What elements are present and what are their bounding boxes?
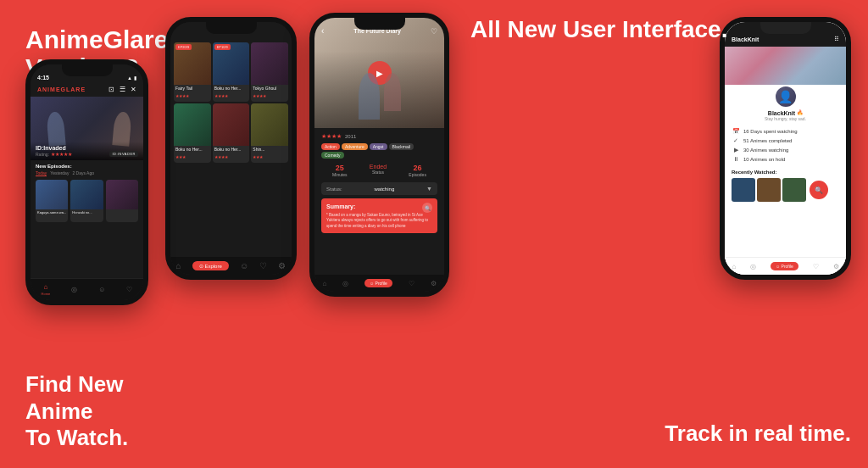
phone3-notch (354, 18, 405, 30)
rating-label: Rating: (36, 152, 49, 157)
anime-item-4[interactable]: Boku no Her... ★★★ (174, 103, 211, 163)
summary-text: * Based on a manga by Sakae Esuno, betra… (326, 213, 432, 229)
anime-name-1: Fairy Tail (174, 85, 211, 93)
p3-gear-icon: ⚙ (431, 280, 437, 287)
anime-item-6[interactable]: Shin... ★★★ (251, 103, 288, 163)
phone4-avatar-area: 👤 BlackKnit 🔥 Stay hungry, stay sad. (725, 85, 846, 125)
dropdown-icon[interactable]: ▼ (426, 186, 432, 192)
stat-episodes-num: 26 (409, 164, 426, 172)
p3-profile-pill: ☺ Profile (364, 279, 392, 287)
p4-heart-icon[interactable]: ♡ (813, 263, 819, 270)
phone4-notch (760, 22, 811, 34)
tag-comedy: Comedy (321, 152, 344, 159)
stat-completed-text: 51 Animes completed (743, 138, 792, 143)
phone4-avatar: 👤 (774, 85, 798, 109)
episode-img-1 (36, 180, 68, 209)
favorite-heart-icon[interactable]: ♡ (431, 27, 437, 36)
p4-gear-icon[interactable]: ⚙ (833, 263, 839, 270)
anime-img-5 (213, 103, 250, 146)
p3-profile-nav[interactable]: ☺ Profile (364, 279, 392, 287)
new-episodes-title: New Episodes: (36, 164, 138, 169)
menu-icon[interactable]: ⠿ (834, 29, 839, 43)
tab-yesterday[interactable]: Yesterday (50, 170, 69, 176)
p2-settings-icon[interactable]: ⚙ (278, 261, 286, 270)
p3-heart-nav[interactable]: ♡ (409, 280, 415, 287)
nav-search[interactable]: ◎ (71, 286, 77, 293)
recent-item-2[interactable] (757, 178, 781, 202)
stat-episodes: 26 Episodes (409, 164, 426, 177)
nav-profile[interactable]: ☺ (98, 286, 105, 293)
p2-heart-icon[interactable]: ♡ (259, 261, 267, 270)
tag-blackmail: Blackmail (389, 143, 414, 150)
anime-item-3[interactable]: Tokyo Ghoul ★★★★ (251, 42, 288, 102)
phone4-stats-list: 📅 16 Days spent watching ✓ 51 Animes com… (725, 125, 846, 168)
tab-2days[interactable]: 2 Days Ago (72, 170, 94, 176)
check-stat-icon: ✓ (732, 137, 740, 144)
phone1-hero-overlay: ID:Invaded Rating: ★★★★★ ID:INVADER (31, 142, 143, 160)
phone3-stats: 25 Minutes Ended Status 26 Episodes (321, 164, 437, 177)
cast-icon[interactable]: ⊡ (108, 86, 114, 93)
p2-profile-icon[interactable]: ☺ (240, 261, 248, 270)
heart-icon: ♡ (126, 286, 132, 293)
nav-heart[interactable]: ♡ (126, 286, 132, 293)
stat-status: Ended Status (370, 164, 387, 177)
episode-img-2 (70, 180, 103, 209)
stat-days-text: 16 Days spent watching (743, 129, 798, 134)
phone1-mock: 4:15 ▲ ▮ ANIMEGLARE ⊡ ☰ ✕ (25, 59, 148, 305)
phone4-subtitle: Stay hungry, stay sad. (765, 116, 806, 121)
tab-today[interactable]: Today (36, 170, 47, 176)
phone4-screen: BlackKnit ⠿ 👤 BlackKnit 🔥 Stay hungry, s… (725, 22, 846, 275)
phone3-bottom-nav: ⌂ ◎ ☺ Profile ♡ ⚙ (314, 275, 444, 292)
recent-item-3[interactable] (782, 178, 806, 202)
recent-item-1[interactable] (732, 178, 755, 202)
phone1-time: 4:15 (37, 75, 49, 81)
phone1-bottom-nav: ⌂ Home ◎ ☺ ♡ (31, 278, 143, 300)
episode-item-3[interactable] (106, 180, 138, 222)
calendar-icon[interactable]: ☰ (120, 86, 125, 93)
phone3-content: ★★★★ 2011 Action Adventure Angst Blackma… (314, 128, 444, 238)
summary-search-icon[interactable]: 🔍 (422, 203, 432, 213)
p2-home-icon[interactable]: ⌂ (176, 261, 181, 270)
status-field-label: Status: (326, 187, 342, 192)
anime-rating-1: ★★★★ (174, 93, 211, 98)
phone1-status-icons: ▲ ▮ (127, 75, 136, 81)
stat-episodes-label: Episodes (409, 172, 426, 177)
phone1-tabs[interactable]: Today Yesterday 2 Days Ago (36, 170, 138, 176)
calendar-stat-icon: 📅 (732, 128, 740, 135)
p3-home-icon: ⌂ (322, 280, 326, 287)
back-button[interactable]: ‹ (321, 26, 324, 36)
p4-search-icon[interactable]: ◎ (750, 263, 756, 270)
phone4-bottom-nav: ⌂ ◎ ☺ Profile ♡ ⚙ (725, 257, 846, 275)
p4-profile-pill[interactable]: ☺ Profile (771, 262, 798, 270)
anime-name-6: Shin... (251, 146, 288, 154)
phone4-wrapper: BlackKnit ⠿ 👤 BlackKnit 🔥 Stay hungry, s… (720, 17, 851, 280)
p3-home-nav[interactable]: ⌂ (322, 280, 326, 287)
all-new-ui-text: All New User Interface. (470, 17, 727, 43)
tag-adventure: Adventure (342, 143, 368, 150)
nav-home[interactable]: ⌂ Home (42, 283, 51, 296)
anime-item-5[interactable]: Boku no Her... ★★★★ (213, 103, 250, 163)
close-icon[interactable]: ✕ (131, 86, 136, 93)
phone2-bottom-nav: ⌂ ⊙ Explore ☺ ♡ ⚙ (170, 257, 292, 275)
phone1-badge: ID:INVADER (109, 151, 138, 157)
phone3-mock: ‹ The Future Diary ♡ ▶ ★★★★ 2011 Act (309, 13, 449, 297)
episode-item-2[interactable]: Honzuki no... (70, 180, 103, 222)
anime-item-2[interactable]: EP10/9 Boku no Her... ★★★★ (213, 42, 250, 102)
p4-home-icon[interactable]: ⌂ (732, 263, 736, 270)
anime-item-1[interactable]: EP20/9 Fairy Tail ★★★★ (174, 42, 211, 102)
phone1-notch (62, 64, 113, 76)
home-label: Home (42, 292, 51, 296)
stat-status-val: Ended (370, 164, 387, 170)
p3-settings-nav[interactable]: ⚙ (431, 280, 437, 287)
p2-explore-btn[interactable]: ⊙ Explore (192, 261, 229, 270)
tag-action: Action (321, 143, 340, 150)
phone2-wrapper: EP20/9 Fairy Tail ★★★★ EP10/9 Boku no He… (165, 17, 297, 280)
p3-search-nav[interactable]: ◎ (342, 280, 348, 287)
recently-watched-label: Recently Watched: (725, 168, 846, 176)
recent-search-btn[interactable]: 🔍 (810, 181, 828, 199)
phone3-wrapper: ‹ The Future Diary ♡ ▶ ★★★★ 2011 Act (309, 13, 449, 297)
phone1-wrapper: 4:15 ▲ ▮ ANIMEGLARE ⊡ ☰ ✕ (25, 59, 148, 305)
phone1-hero-title: ID:Invaded (36, 145, 72, 151)
episode-item-1[interactable]: Kaguya-sama wa... (36, 180, 68, 222)
phone1-nav-bar: ANIMEGLARE ⊡ ☰ ✕ (31, 84, 143, 97)
